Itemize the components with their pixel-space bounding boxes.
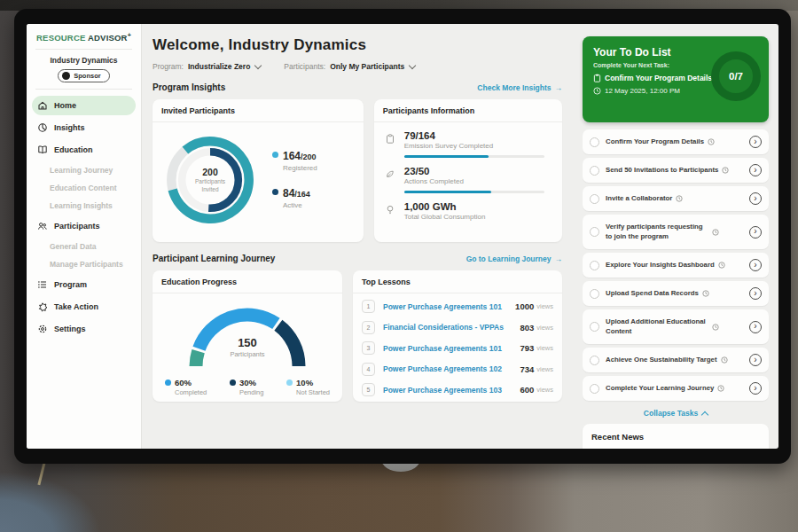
settings-icon [37,324,48,334]
lesson-link[interactable]: Power Purchase Agreements 101 [383,302,515,311]
stat-value: 23/50 [404,166,552,176]
clock-icon [717,385,724,392]
chevron-down-icon[interactable] [254,62,262,69]
task-row-verify-participants[interactable]: Verify participants requesting to join t… [583,215,769,249]
todo-header-card: Your To Do List Complete Your Next Task:… [583,36,769,122]
task-checkbox[interactable] [590,194,599,204]
divider [35,89,132,90]
task-row-complete-learning-journey[interactable]: Complete Your Learning Journey › [583,376,769,401]
task-chevron-button[interactable]: › [749,226,762,239]
task-list: Confirm Your Program Details › Send 50 I… [583,129,769,401]
actions-completed-stat: 23/50 Actions Completed [385,166,552,193]
clock-icon [718,262,725,269]
clock-icon [712,229,719,236]
sidebar-item-learning-insights[interactable]: Learning Insights [32,198,136,214]
lesson-link[interactable]: Power Purchase Agreements 103 [383,386,520,395]
lesson-views: 600 [520,385,534,395]
task-row-upload-educational-content[interactable]: Upload Additional Educational Content › [583,309,769,344]
clock-icon [708,138,715,145]
task-row-invite-collaborator[interactable]: Invite a Collaborator › [583,186,769,211]
lesson-link[interactable]: Power Purchase Agreements 101 [383,344,520,353]
card-title: Top Lessons [353,270,562,293]
task-chevron-button[interactable]: › [749,382,762,395]
pending-dot-icon [230,379,236,386]
organization-name: Industry Dynamics [27,56,141,65]
task-checkbox[interactable] [590,322,599,332]
chevron-up-icon [701,411,708,418]
sidebar-item-label: Insights [54,123,85,132]
todo-progress: 0/7 [729,71,743,82]
education-progress-card: Education Progress 150 Participants 60% [153,270,342,402]
collapse-tasks-link[interactable]: Collapse Tasks [583,409,769,418]
sidebar-item-label: Take Action [54,302,98,311]
emission-survey-stat: 79/164 Emission Survey Completed [385,130,552,158]
clock-icon [712,324,719,331]
app-window: RESOURCE ADVISOR+ Industry Dynamics Spon… [27,24,778,449]
lesson-views: 1000 [515,301,534,311]
task-checkbox[interactable] [590,227,599,237]
arrow-right-icon: → [555,83,563,92]
survey-icon [385,130,396,158]
lesson-rank: 5 [362,383,375,396]
sidebar-item-label: Education [54,145,93,154]
task-row-upload-spend-data[interactable]: Upload Spend Data Records › [583,281,769,306]
sidebar-item-label: Program [54,280,87,289]
task-chevron-button[interactable]: › [749,136,762,148]
education-gauge-chart: 150 Participants [176,297,318,375]
check-more-insights-link[interactable]: Check More Insights → [477,83,562,92]
lesson-link[interactable]: Power Purchase Agreements 102 [383,364,520,373]
task-row-confirm-program[interactable]: Confirm Your Program Details › [583,129,769,154]
completed-dot-icon [165,379,171,386]
task-chevron-button[interactable]: › [749,192,762,205]
legend-active: 84/164 Active [272,184,317,209]
monitor-bezel: RESOURCE ADVISOR+ Industry Dynamics Spon… [14,9,791,464]
education-icon [37,145,48,155]
task-chevron-button[interactable]: › [749,287,762,300]
task-checkbox[interactable] [590,137,599,147]
lesson-row: 2 Financial Considerations - VPPAs 803 v… [362,317,553,339]
task-row-explore-insights[interactable]: Explore Your Insights Dashboard › [583,253,769,278]
participants-dropdown[interactable]: Only My Participants [330,62,404,71]
task-chevron-button[interactable]: › [749,259,762,271]
recent-news-card: Recent News [583,424,769,449]
sidebar-item-education[interactable]: Education [32,140,136,160]
actions-icon [385,166,396,193]
task-checkbox[interactable] [590,384,599,394]
program-dropdown[interactable]: Industrialize Zero [188,62,250,71]
task-row-achieve-target[interactable]: Achieve One Sustainability Target › [583,348,769,372]
sidebar-item-home[interactable]: Home [32,96,136,115]
sidebar-item-participants[interactable]: Participants [32,216,136,236]
sidebar-item-insights[interactable]: Insights [32,118,136,137]
logo-plus: + [128,32,131,38]
sidebar-item-take-action[interactable]: Take Action [32,297,136,317]
task-checkbox[interactable] [590,261,599,270]
not-started-dot-icon [286,379,293,386]
task-checkbox[interactable] [590,289,599,299]
program-icon [37,279,48,290]
sidebar-item-settings[interactable]: Settings [32,319,136,339]
task-checkbox[interactable] [590,356,599,365]
card-title: Participants Information [374,99,562,122]
lesson-row: 3 Power Purchase Agreements 101 793 view… [362,338,553,359]
sidebar-item-education-content[interactable]: Education Content [32,180,136,196]
task-row-send-invitations[interactable]: Send 50 Invitations to Participants › [583,158,769,183]
lesson-link[interactable]: Financial Considerations - VPPAs [383,323,520,332]
todo-panel: Your To Do List Complete Your Next Task:… [573,24,778,449]
sidebar-item-program[interactable]: Program [32,275,136,294]
task-chevron-button[interactable]: › [749,321,762,333]
sponsor-badge[interactable]: Sponsor [58,69,109,82]
task-chevron-button[interactable]: › [749,164,762,176]
registered-dot-icon [272,152,278,158]
go-to-learning-journey-link[interactable]: Go to Learning Journey → [466,254,562,263]
clock-icon [722,167,729,174]
sidebar-item-general-data[interactable]: General Data [32,239,136,254]
todo-progress-ring: 0/7 [711,51,761,101]
chevron-down-icon[interactable] [409,62,416,69]
sidebar-item-learning-journey[interactable]: Learning Journey [32,162,136,178]
task-checkbox[interactable] [590,166,599,176]
app-logo: RESOURCE ADVISOR+ [27,32,141,43]
participants-information-card: Participants Information 79/164 Emission… [374,99,562,242]
task-chevron-button[interactable]: › [749,354,762,366]
bulb-icon [385,201,396,221]
sidebar-item-manage-participants[interactable]: Manage Participants [32,256,136,272]
